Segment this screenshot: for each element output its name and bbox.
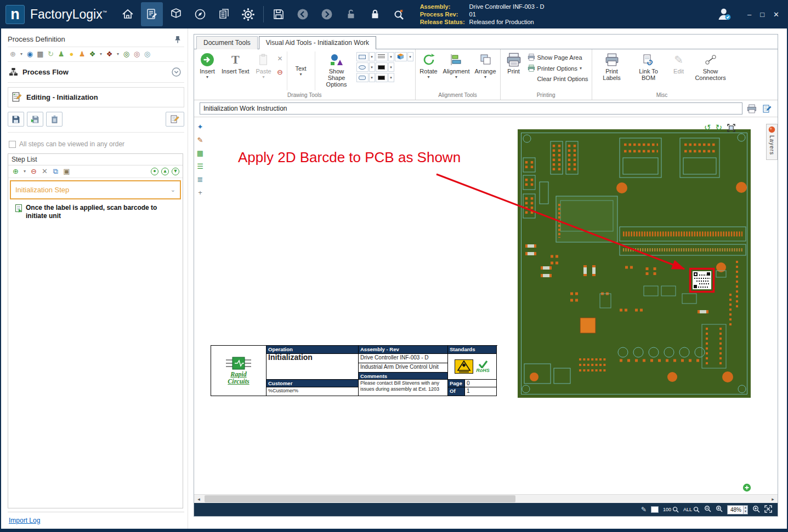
layers-tab[interactable]: Layers xyxy=(766,124,778,160)
page-select-icon[interactable] xyxy=(651,506,659,513)
pointer-tool-icon[interactable]: ✦ xyxy=(197,123,203,131)
paste-step-icon[interactable]: ▣ xyxy=(63,168,71,175)
print-icon[interactable]: ▦ xyxy=(36,50,44,58)
step-item-initialization[interactable]: Initialization Step ⌄ xyxy=(10,180,181,199)
clear-icon[interactable]: ✕ xyxy=(277,55,283,62)
arrange-button[interactable]: Arrange▾ xyxy=(472,50,498,90)
move-step-down-icon[interactable]: ▼ xyxy=(172,168,179,175)
edit-button[interactable]: ✎ Edit xyxy=(667,50,690,90)
search-button[interactable] xyxy=(388,2,410,26)
navigator-button[interactable] xyxy=(189,2,211,26)
document-title-input[interactable] xyxy=(200,102,742,115)
tab-document-tools[interactable]: Document Tools xyxy=(196,36,258,49)
operator-icon[interactable]: ♟ xyxy=(78,50,86,58)
insert-button[interactable]: Insert▾ xyxy=(196,50,219,90)
alert-icon[interactable]: ● xyxy=(67,50,76,58)
rectangle-shape-caret[interactable]: ▾ xyxy=(369,52,375,61)
style-3d-button[interactable] xyxy=(395,52,407,61)
minimize-button[interactable]: – xyxy=(747,10,751,19)
back-button[interactable] xyxy=(292,2,314,26)
step-chevron-icon[interactable]: ⌄ xyxy=(171,186,175,193)
fill-color-caret[interactable]: ▾ xyxy=(388,73,394,82)
production-button[interactable] xyxy=(165,2,187,26)
annotate-icon[interactable]: ✎ xyxy=(641,506,647,513)
stop-icon[interactable]: ◎ xyxy=(143,50,151,58)
forward-button[interactable] xyxy=(316,2,338,26)
select-region-icon[interactable] xyxy=(727,123,736,133)
grid-tool-icon[interactable]: ▦ xyxy=(197,149,203,157)
undo-icon[interactable]: ↺ xyxy=(704,123,711,133)
save-step-button[interactable] xyxy=(8,112,24,127)
print-preview-button[interactable] xyxy=(746,102,758,115)
order-checkbox[interactable] xyxy=(9,141,16,148)
refresh-icon[interactable]: ↻ xyxy=(47,50,55,58)
ellipse-shape-caret[interactable]: ▾ xyxy=(369,62,375,72)
scrollbar-thumb[interactable] xyxy=(205,495,515,502)
remove-shape-icon[interactable]: ⊖ xyxy=(277,68,283,76)
redo-icon[interactable]: ↻ xyxy=(716,123,723,133)
expand-icon[interactable] xyxy=(172,67,181,77)
pcb-image[interactable] xyxy=(518,129,751,398)
close-button[interactable]: ✕ xyxy=(773,10,779,19)
annotation-tool-icon[interactable]: ✎ xyxy=(197,136,203,144)
copy-step-icon[interactable]: ⧉ xyxy=(52,168,60,175)
cut-step-icon[interactable]: ✕ xyxy=(41,168,49,175)
zoom-spinner[interactable]: ▴▾ xyxy=(743,506,747,514)
maximize-button[interactable]: □ xyxy=(760,10,764,19)
alignment-button[interactable]: Alignment▾ xyxy=(441,50,472,90)
version-caret-icon[interactable]: ▾ xyxy=(116,50,120,58)
zoom-all-button[interactable]: ALL xyxy=(683,506,700,513)
show-page-area-button[interactable]: Show Page Area xyxy=(526,53,590,62)
scroll-right-arrow[interactable]: ▸ xyxy=(768,496,778,502)
zoom-level-input[interactable]: 48% ▴▾ xyxy=(727,505,748,514)
remove-step-icon[interactable]: ⊖ xyxy=(30,168,38,175)
paste-button[interactable]: Paste▾ xyxy=(252,50,275,90)
printer-options-button[interactable]: Printer Options▾ xyxy=(526,64,590,73)
find-step-icon[interactable]: ● xyxy=(151,168,158,175)
stroke-color-caret[interactable]: ▾ xyxy=(388,62,394,72)
sync-caret-icon[interactable]: ▾ xyxy=(99,50,103,58)
process-definition-button[interactable] xyxy=(141,2,163,26)
style-3d-caret[interactable]: ▾ xyxy=(407,52,413,61)
start-icon[interactable]: ◎ xyxy=(122,50,131,58)
print-labels-button[interactable]: Print Labels xyxy=(594,50,630,90)
line-style-caret[interactable]: ▾ xyxy=(388,52,394,61)
line-style-button[interactable] xyxy=(376,52,388,61)
import-log-link[interactable]: Import Log xyxy=(9,517,40,524)
scrollbar-track[interactable] xyxy=(203,495,768,503)
add-step-icon[interactable]: ⊕ xyxy=(12,168,20,175)
fill-color-button[interactable] xyxy=(376,73,388,82)
scroll-left-arrow[interactable]: ◂ xyxy=(194,496,203,502)
version-icon[interactable]: ❖ xyxy=(105,50,114,58)
import-button[interactable] xyxy=(27,112,43,127)
pin-icon[interactable] xyxy=(174,36,181,43)
web-link-icon[interactable]: ◉ xyxy=(26,50,34,58)
move-step-up-icon[interactable]: ▲ xyxy=(161,168,169,175)
assign-user-icon[interactable]: ♟ xyxy=(57,50,65,58)
zoom-in-button[interactable] xyxy=(716,505,723,514)
insert-text-button[interactable]: T Insert Text xyxy=(219,50,252,90)
annotation-text[interactable]: Apply 2D Barcde to PCB as Shown xyxy=(238,149,461,166)
process-flow-row[interactable]: Process Flow xyxy=(8,62,184,83)
zoom-fit-button[interactable] xyxy=(764,505,772,514)
edit-instruction-button[interactable] xyxy=(761,102,773,115)
sync-icon[interactable]: ❖ xyxy=(88,50,97,58)
zoom-selection-button[interactable] xyxy=(752,505,760,514)
zoom-out-button[interactable] xyxy=(704,505,711,514)
move-tool-icon[interactable]: + xyxy=(198,188,202,197)
add-step-caret-icon[interactable]: ▾ xyxy=(22,168,27,175)
home-button[interactable] xyxy=(117,2,139,26)
layout-tool-icon[interactable]: ≣ xyxy=(197,175,203,184)
design-canvas[interactable]: ✦ ✎ ▦ ☰ ≣ + ↺ ↻ Apply 2D Barcde to PCB a… xyxy=(194,117,778,494)
tab-visual-aid-tools[interactable]: Visual Aid Tools - Initialization Work xyxy=(259,36,376,49)
rounded-shape-button[interactable] xyxy=(356,73,369,82)
add-caret-icon[interactable]: ▾ xyxy=(19,50,24,58)
show-shape-options-button[interactable]: Show Shape Options xyxy=(318,50,356,90)
stroke-color-button[interactable] xyxy=(376,62,388,72)
link-to-bom-button[interactable]: Link To BOM xyxy=(631,50,667,90)
horizontal-scrollbar[interactable]: ◂ ▸ xyxy=(194,494,778,503)
edit-visual-aid-button[interactable] xyxy=(166,112,184,127)
rounded-shape-caret[interactable]: ▾ xyxy=(369,73,375,82)
user-button[interactable] xyxy=(713,2,735,26)
lock-button[interactable] xyxy=(364,2,386,26)
